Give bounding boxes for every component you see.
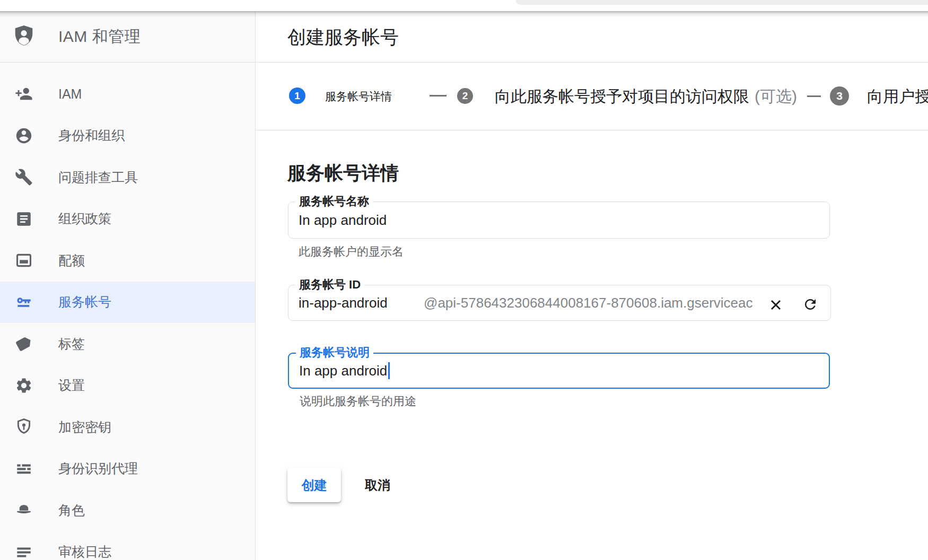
service-account-id-value: in-app-android xyxy=(299,285,388,320)
hat-icon xyxy=(15,501,33,519)
service-account-name-value: In app android xyxy=(299,202,387,238)
iam-shield-logo-icon xyxy=(12,24,36,49)
quota-icon xyxy=(15,251,33,269)
step-connector xyxy=(430,95,447,97)
sidebar-item-identity-aware-proxy[interactable]: 身份识别代理 xyxy=(0,448,255,490)
form-heading: 服务帐号详情 xyxy=(287,161,399,186)
sidebar-item-service-accounts[interactable]: 服务帐号 xyxy=(0,282,255,323)
step-1-label[interactable]: 服务帐号详情 xyxy=(325,63,392,130)
step-2-circle[interactable]: 2 xyxy=(457,88,473,104)
page-top-shadow xyxy=(0,11,928,18)
service-account-id-field[interactable]: 服务帐号 ID in-app-android @api-578643230684… xyxy=(288,285,831,321)
sidebar-item-crypto-keys[interactable]: 加密密钥 xyxy=(0,406,255,448)
browser-toolbar-remnant xyxy=(516,0,928,5)
sidebar-item-settings[interactable]: 设置 xyxy=(0,365,255,407)
sidebar-item-quotas[interactable]: 配额 xyxy=(0,240,255,282)
sidebar-item-label: 审核日志 xyxy=(58,543,111,560)
service-account-description-value: In app android xyxy=(299,354,390,388)
sidebar-item-label: 加密密钥 xyxy=(58,418,111,436)
create-button[interactable]: 创建 xyxy=(287,468,341,502)
description-helper-text: 说明此服务帐号的用途 xyxy=(300,393,416,409)
sidebar-header: IAM 和管理 xyxy=(0,11,255,63)
sidebar-title: IAM 和管理 xyxy=(58,26,141,48)
sidebar-item-troubleshooter[interactable]: 问题排查工具 xyxy=(0,156,255,198)
audit-log-icon xyxy=(15,543,33,560)
policy-doc-icon xyxy=(15,210,33,228)
step-3-label[interactable]: 向用户授 xyxy=(867,63,928,130)
text-caret xyxy=(388,362,390,379)
step-2-text: 向此服务帐号授予对项目的访问权限 xyxy=(495,88,749,105)
name-helper-text: 此服务帐户的显示名 xyxy=(299,244,404,260)
clear-icon[interactable] xyxy=(768,298,783,312)
step-2-optional: (可选) xyxy=(755,88,797,105)
wrench-icon xyxy=(15,168,33,186)
service-account-id-domain: @api-5786432306844008167-870608.iam.gser… xyxy=(424,285,763,320)
sidebar-item-label: 问题排查工具 xyxy=(58,169,138,186)
sidebar-item-roles[interactable]: 角色 xyxy=(0,489,255,531)
refresh-icon[interactable] xyxy=(802,296,818,312)
service-account-name-field[interactable]: 服务帐号名称 In app android xyxy=(288,202,830,239)
step-connector xyxy=(807,95,821,97)
sidebar: IAM 和管理 IAM 身份和组织 问题排查工具 组织政策 xyxy=(0,11,256,560)
sidebar-item-label: 组织政策 xyxy=(58,210,111,228)
sidebar-item-label: 身份识别代理 xyxy=(58,460,138,477)
sidebar-nav: IAM 身份和组织 问题排查工具 组织政策 xyxy=(0,73,255,560)
sidebar-item-label: 配额 xyxy=(58,252,85,269)
sidebar-item-label: 设置 xyxy=(58,377,85,394)
page-title: 创建服务帐号 xyxy=(287,11,399,63)
step-3-circle[interactable]: 3 xyxy=(830,86,849,106)
iap-icon xyxy=(15,460,33,478)
sidebar-item-label: 角色 xyxy=(58,502,85,519)
sidebar-item-label: IAM xyxy=(58,86,82,102)
sidebar-item-org-policies[interactable]: 组织政策 xyxy=(0,198,255,240)
cancel-button[interactable]: 取消 xyxy=(365,468,390,502)
sidebar-item-identity-org[interactable]: 身份和组织 xyxy=(0,115,255,157)
sidebar-item-labels[interactable]: 标签 xyxy=(0,323,255,365)
step-1-circle[interactable]: 1 xyxy=(289,88,305,104)
person-add-icon xyxy=(15,85,33,103)
key-icon xyxy=(15,293,33,311)
gear-icon xyxy=(15,377,33,395)
service-account-description-field[interactable]: 服务帐号说明 In app android xyxy=(288,353,830,389)
description-text: In app android xyxy=(299,363,387,379)
identity-icon xyxy=(15,127,33,145)
sidebar-item-label: 身份和组织 xyxy=(58,127,125,144)
tag-icon xyxy=(15,335,33,353)
sidebar-item-label: 服务帐号 xyxy=(58,293,111,311)
step-2-label[interactable]: 向此服务帐号授予对项目的访问权限(可选) xyxy=(495,63,797,130)
sidebar-item-label: 标签 xyxy=(58,335,85,353)
sidebar-item-audit-logs[interactable]: 审核日志 xyxy=(0,531,255,560)
sidebar-item-iam[interactable]: IAM xyxy=(0,73,255,115)
shield-key-icon xyxy=(15,418,33,436)
